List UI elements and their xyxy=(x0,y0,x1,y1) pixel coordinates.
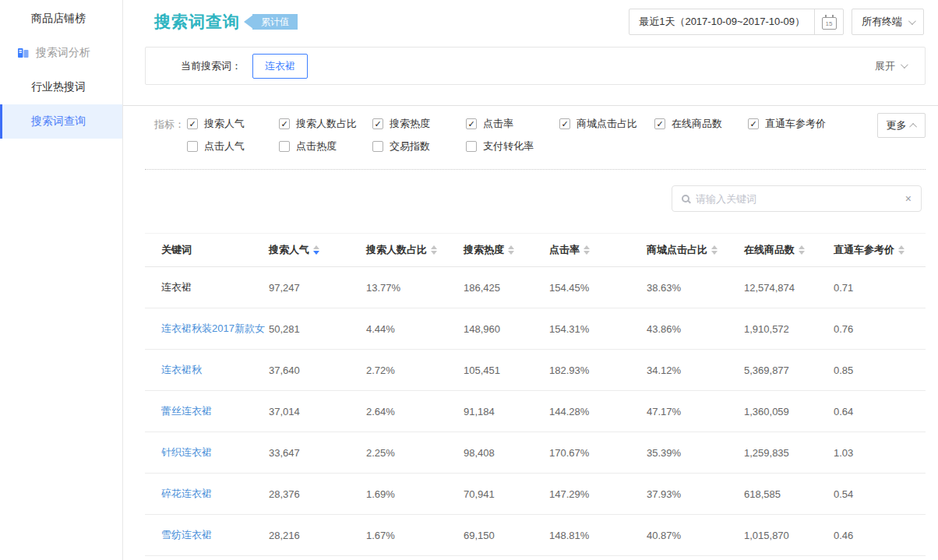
table-cell-value: 5,369,877 xyxy=(744,365,834,376)
checkbox-icon[interactable] xyxy=(279,141,290,152)
column-header[interactable]: 搜索热度 xyxy=(464,243,549,257)
table-cell-value: 148,960 xyxy=(464,323,549,335)
checkbox-icon[interactable] xyxy=(466,118,477,129)
keyword-link[interactable]: 碎花连衣裙 xyxy=(161,487,269,501)
checkbox-icon[interactable] xyxy=(466,141,477,152)
table-row: 雪纺连衣裙28,2161.67%69,150148.81%40.87%1,015… xyxy=(145,515,926,556)
terminal-select[interactable]: 所有终端 xyxy=(852,9,924,35)
keyword-link[interactable]: 连衣裙秋装2017新款女 xyxy=(161,322,269,336)
column-header-label: 商城点击占比 xyxy=(647,243,707,257)
sort-arrows-icon[interactable] xyxy=(898,245,905,255)
metric-checkbox-item[interactable]: 支付转化率 xyxy=(466,139,559,153)
search-row: × xyxy=(145,185,922,212)
metric-checkbox-item[interactable]: 搜索热度 xyxy=(372,117,466,131)
current-search-label: 当前搜索词： xyxy=(181,59,242,73)
metric-checkbox-item[interactable]: 在线商品数 xyxy=(654,117,748,131)
keyword-search-input[interactable] xyxy=(696,193,899,205)
table-cell-value: 1,015,870 xyxy=(744,530,834,541)
keyword-link[interactable]: 蕾丝连衣裙 xyxy=(161,404,269,418)
table-cell-value: 1.67% xyxy=(366,530,464,541)
checkbox-icon[interactable] xyxy=(559,118,570,129)
metric-checkbox-item[interactable]: 点击热度 xyxy=(279,139,372,153)
table-cell-value: 50,281 xyxy=(269,323,366,335)
table-cell-value: 154.31% xyxy=(549,323,647,335)
sort-arrows-icon[interactable] xyxy=(508,245,514,255)
expand-button[interactable]: 展开 xyxy=(875,59,906,73)
column-header-label: 搜索热度 xyxy=(464,243,504,257)
more-button[interactable]: 更多 xyxy=(877,113,926,138)
column-header[interactable]: 商城点击占比 xyxy=(647,243,744,257)
chevron-up-icon xyxy=(909,122,917,130)
checkbox-icon[interactable] xyxy=(372,118,383,129)
metric-checkbox-item[interactable]: 交易指数 xyxy=(372,139,466,153)
table-cell-value: 618,585 xyxy=(744,488,834,500)
topbar-controls: 最近1天（2017-10-09~2017-10-09） 15 所有终端 xyxy=(629,9,924,35)
checkbox-icon[interactable] xyxy=(372,141,383,152)
table-cell-value: 47.17% xyxy=(647,406,744,417)
column-header[interactable]: 在线商品数 xyxy=(744,243,834,257)
table-row: 碎花连衣裙28,3761.69%70,941147.29%37.93%618,5… xyxy=(145,474,926,515)
sidebar-menu: 商品店铺榜搜索词分析行业热搜词搜索词查询 xyxy=(0,2,122,139)
keyword-link[interactable]: 雪纺连衣裙 xyxy=(161,528,269,542)
column-header-label: 直通车参考价 xyxy=(834,243,894,257)
table-cell-value: 35.39% xyxy=(647,447,744,459)
metric-checkbox-item[interactable]: 点击人气 xyxy=(187,139,279,153)
metric-checkbox-item[interactable]: 商城点击占比 xyxy=(559,117,654,131)
metrics-panel: 指标： 搜索人气搜索人数占比搜索热度点击率商城点击占比在线商品数直通车参考价点击… xyxy=(123,106,938,163)
chevron-down-icon xyxy=(901,61,908,69)
column-header-label: 在线商品数 xyxy=(744,243,795,257)
sidebar-item[interactable]: 商品店铺榜 xyxy=(0,2,122,36)
table-cell-value: 1.69% xyxy=(366,488,464,500)
column-header[interactable]: 搜索人气 xyxy=(269,243,366,257)
metric-label: 搜索热度 xyxy=(390,117,430,131)
checkbox-icon[interactable] xyxy=(654,118,665,129)
table-cell-value: 2.25% xyxy=(366,447,464,459)
column-header: 关键词 xyxy=(161,243,269,257)
checkbox-icon[interactable] xyxy=(748,118,759,129)
calendar-icon: 15 xyxy=(822,17,837,30)
date-range-picker[interactable]: 最近1天（2017-10-09~2017-10-09） 15 xyxy=(629,9,844,35)
table-cell-value: 37.93% xyxy=(647,488,744,500)
metrics-label: 指标： xyxy=(154,117,187,153)
keyword-link[interactable]: 针织连衣裙 xyxy=(161,446,269,460)
keyword-text: 连衣裙 xyxy=(161,280,269,294)
table-row: 蕾丝连衣裙37,0142.64%91,184144.28%47.17%1,360… xyxy=(145,391,926,432)
column-header-label: 搜索人气 xyxy=(269,243,309,257)
metric-checkbox-item[interactable]: 直通车参考价 xyxy=(748,117,857,131)
close-icon[interactable]: × xyxy=(905,193,912,204)
expand-label: 展开 xyxy=(875,59,895,73)
table-row: 连衣裙秋37,6402.72%105,451182.93%34.12%5,369… xyxy=(145,350,926,391)
sort-arrows-icon[interactable] xyxy=(711,245,718,255)
sort-arrows-icon[interactable] xyxy=(313,245,319,255)
magnifier-icon xyxy=(682,195,689,203)
column-header[interactable]: 搜索人数占比 xyxy=(366,243,464,257)
sort-arrows-icon[interactable] xyxy=(584,245,590,255)
table-cell-value: 2.64% xyxy=(366,406,464,417)
checkbox-icon[interactable] xyxy=(187,118,198,129)
table-cell-value: 28,376 xyxy=(269,488,366,500)
metric-checkbox-item[interactable]: 搜索人气 xyxy=(187,117,279,131)
sidebar-item-active[interactable]: 搜索词查询 xyxy=(0,104,122,139)
sidebar-item[interactable]: 搜索词分析 xyxy=(0,36,122,70)
column-header[interactable]: 直通车参考价 xyxy=(834,243,926,257)
keyword-link[interactable]: 连衣裙秋 xyxy=(161,363,269,377)
page-title: 搜索词查询 xyxy=(154,11,240,33)
sort-arrows-icon[interactable] xyxy=(799,245,805,255)
column-header[interactable]: 点击率 xyxy=(549,243,647,257)
sidebar: 商品店铺榜搜索词分析行业热搜词搜索词查询 xyxy=(0,0,123,560)
table-row: 连衣裙97,24713.77%186,425154.45%38.63%12,57… xyxy=(145,267,926,308)
calendar-button[interactable]: 15 xyxy=(814,9,843,34)
table-cell-value: 147.29% xyxy=(549,488,647,500)
checkbox-icon[interactable] xyxy=(187,141,198,152)
table-cell-value: 0.71 xyxy=(834,282,926,294)
current-keyword-chip[interactable]: 连衣裙 xyxy=(252,54,308,79)
table-cell-value: 40.87% xyxy=(647,530,744,541)
sort-arrows-icon[interactable] xyxy=(431,245,437,255)
metric-checkbox-item[interactable]: 搜索人数占比 xyxy=(279,117,372,131)
table-cell-value: 1.03 xyxy=(834,447,926,459)
table-cell-value: 0.76 xyxy=(834,323,926,335)
checkbox-icon[interactable] xyxy=(279,118,290,129)
table-cell-value: 91,184 xyxy=(464,406,549,417)
sidebar-item[interactable]: 行业热搜词 xyxy=(0,70,122,104)
metric-checkbox-item[interactable]: 点击率 xyxy=(466,117,559,131)
